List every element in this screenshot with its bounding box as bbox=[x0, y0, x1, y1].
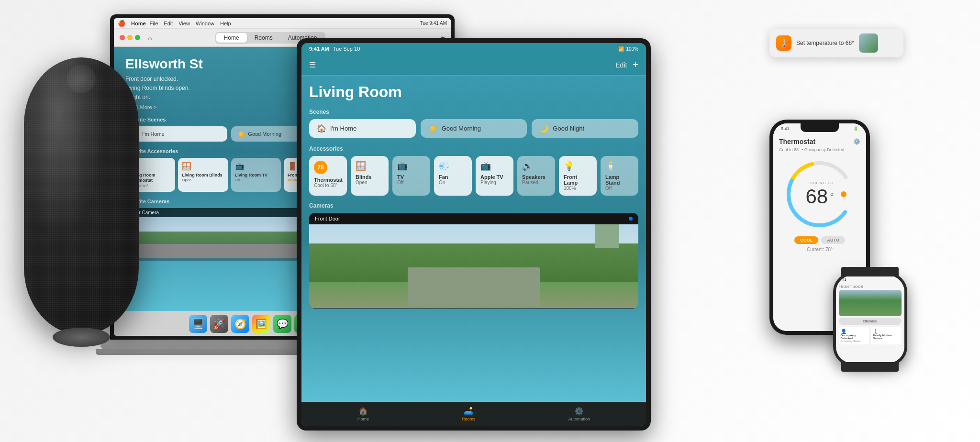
ipad-scene-night-icon: 🌙 bbox=[539, 124, 549, 133]
ipad-camera-dot bbox=[629, 217, 633, 221]
wifi-icon: 📶 bbox=[618, 46, 624, 52]
ipad-acc-lampstand-icon: 🕯️ bbox=[605, 161, 634, 171]
dock-finder[interactable]: 🖥️ bbox=[189, 315, 207, 333]
ipad-camera-card[interactable]: Front Door bbox=[309, 213, 638, 309]
ipad-acc-frontlamp-icon: 💡 bbox=[564, 161, 592, 171]
menu-edit[interactable]: Edit bbox=[164, 21, 173, 26]
mac-menubar: 🍎 Home File Edit View Window Help Tue 9:… bbox=[114, 18, 451, 29]
thermostat-dial[interactable]: COOLING TO 68 ° bbox=[781, 156, 858, 232]
ipad-acc-lampstand[interactable]: 🕯️ Lamp Stand Off bbox=[601, 156, 638, 196]
scene-morning-label: Good Morning bbox=[248, 131, 281, 137]
ipad-acc-thermostat[interactable]: 78 Thermostat Cool to 68° bbox=[309, 156, 347, 196]
menu-help[interactable]: Help bbox=[220, 21, 231, 26]
watch-dismiss-button[interactable]: Dismiss bbox=[839, 318, 902, 325]
ipad-acc-lampstand-name: Lamp Stand bbox=[605, 174, 634, 186]
ipad-acc-speakers[interactable]: 🔊 Speakers Paused bbox=[517, 156, 555, 196]
dock-photos[interactable]: 🖼️ bbox=[252, 315, 270, 333]
ipad-tab-rooms[interactable]: 🛋️ Rooms bbox=[462, 407, 476, 421]
dock-safari[interactable]: 🧭 bbox=[231, 315, 249, 333]
ipad-edit-button[interactable]: Edit bbox=[615, 61, 627, 69]
ipad-scenes-row: 🏠 I'm Home ☀️ Good Morning 🌙 Good Night bbox=[309, 119, 638, 138]
homepod-mesh bbox=[24, 57, 139, 335]
battery-level: 100% bbox=[626, 46, 638, 52]
dock-messages[interactable]: 💬 bbox=[273, 315, 291, 333]
ipad-date: Tue Sep 10 bbox=[333, 46, 360, 52]
ipad-statusbar: 9:41 AM Tue Sep 10 📶 100% bbox=[301, 43, 646, 55]
thermostat-temp-number: 68 bbox=[805, 185, 828, 208]
watch-statusbar: 9:41 bbox=[836, 276, 904, 283]
tab-home[interactable]: Home bbox=[216, 33, 247, 43]
watch-body: 9:41 FRONT DOOR Dismiss 👤 Occupancy Dete… bbox=[833, 273, 907, 366]
thermostat-mode-cool[interactable]: COOL bbox=[794, 236, 818, 244]
minimize-button[interactable] bbox=[127, 35, 133, 40]
notification-icon: 🌡️ bbox=[776, 35, 791, 51]
home-icon[interactable]: ⌂ bbox=[148, 34, 152, 42]
watch-door-label: FRONT DOOR bbox=[839, 285, 902, 288]
ipad-add-button[interactable]: + bbox=[633, 59, 638, 70]
ipad-acc-fan-name: Fan bbox=[439, 174, 467, 180]
ipad-tabbar: 🏠 Home 🛋️ Rooms ⚙️ Automation bbox=[301, 402, 646, 426]
ipad-menu-icon[interactable]: ☰ bbox=[309, 60, 316, 69]
ipad-nav: ☰ Edit + bbox=[301, 55, 646, 76]
thermostat-degree: ° bbox=[830, 191, 834, 202]
watch-occupancy-card[interactable]: 👤 Occupancy Detected Occupancy Sensor bbox=[839, 327, 869, 344]
maximize-button[interactable] bbox=[135, 35, 140, 40]
thermostat-temp: 68 ° bbox=[805, 185, 834, 208]
acc-blinds[interactable]: 🪟 Living Room Blinds Open bbox=[178, 158, 228, 192]
ipad-acc-speakers-name: Speakers bbox=[522, 174, 550, 180]
close-button[interactable] bbox=[120, 35, 125, 40]
ipad-time: 9:41 AM bbox=[309, 46, 329, 52]
ipad-rooms-tab-label: Rooms bbox=[462, 417, 476, 421]
dock-launchpad[interactable]: 🚀 bbox=[210, 315, 228, 333]
notification-card[interactable]: 🌡️ Set temperature to 68° bbox=[769, 29, 903, 57]
ipad-acc-fan[interactable]: 💨 Fan On bbox=[434, 156, 472, 196]
ipad-tab-automation[interactable]: ⚙️ Automation bbox=[568, 407, 590, 421]
watch-display: 9:41 FRONT DOOR Dismiss 👤 Occupancy Dete… bbox=[836, 276, 904, 363]
iphone-thermostat-sub: Cool to 68° • Occupancy Detected bbox=[779, 147, 860, 152]
ipad-scene-morning[interactable]: ☀️ Good Morning bbox=[421, 119, 527, 138]
ipad-scenes-title: Scenes bbox=[309, 109, 638, 115]
ipad-acc-tv[interactable]: 📺 TV Off bbox=[392, 156, 430, 196]
traffic-lights bbox=[120, 35, 140, 40]
ipad-acc-frontlamp[interactable]: 💡 Front Lamp 100% bbox=[559, 156, 597, 196]
thermostat-mode-row: COOL AUTO bbox=[779, 236, 860, 244]
ipad-acc-appletv-name: Apple TV bbox=[480, 174, 509, 180]
ipad-scene-night-label: Good Night bbox=[553, 125, 584, 132]
iphone-thermostat-header: Thermostat ⚙️ bbox=[779, 138, 860, 145]
iphone-gear-icon[interactable]: ⚙️ bbox=[853, 138, 860, 145]
ipad-acc-frontlamp-status: 100% bbox=[564, 186, 592, 191]
acc-tv[interactable]: 📺 Living Room TV Off bbox=[231, 158, 281, 192]
watch-occupancy-sub: Occupancy Sensor bbox=[841, 340, 868, 343]
ipad-acc-blinds[interactable]: 🪟 Blinds Open bbox=[351, 156, 389, 196]
ipad-acc-blinds-status: Open bbox=[356, 180, 384, 185]
notification-thumb bbox=[859, 33, 878, 53]
iphone-time: 9:41 bbox=[781, 126, 790, 131]
watch-motion-card[interactable]: 🚶 Ready Motion Sensor bbox=[871, 327, 902, 344]
scene-morning-icon: ☀️ bbox=[237, 130, 245, 138]
thermostat-temp-display: COOLING TO 68 ° bbox=[805, 181, 834, 208]
thermostat-mode-auto[interactable]: AUTO bbox=[821, 236, 845, 244]
ipad-accessories-title: Accessories bbox=[309, 145, 638, 152]
menu-view[interactable]: View bbox=[178, 21, 190, 26]
homepod bbox=[14, 57, 148, 383]
menu-file[interactable]: File bbox=[150, 21, 158, 26]
apple-icon: 🍎 bbox=[118, 20, 125, 27]
ipad-scene-night[interactable]: 🌙 Good Night bbox=[532, 119, 638, 138]
ipad-acc-tv-icon: 📺 bbox=[397, 161, 425, 171]
ipad-acc-speakers-icon: 🔊 bbox=[522, 161, 550, 171]
ipad-scene-home[interactable]: 🏠 I'm Home bbox=[309, 119, 416, 138]
iphone-battery-icon: 🔋 bbox=[853, 126, 858, 131]
acc-tv-name: Living Room TV bbox=[235, 173, 277, 178]
ipad-camera-header: Front Door bbox=[309, 213, 638, 224]
notification-text: Set temperature to 68° bbox=[796, 40, 854, 46]
ipad-tab-home[interactable]: 🏠 Home bbox=[357, 407, 369, 421]
menu-window[interactable]: Window bbox=[196, 21, 214, 26]
ipad-acc-appletv[interactable]: 📺 Apple TV Playing bbox=[476, 156, 513, 196]
watch-bottom-section: 👤 Occupancy Detected Occupancy Sensor 🚶 … bbox=[839, 327, 902, 344]
tab-rooms[interactable]: Rooms bbox=[247, 33, 280, 43]
watch-camera-preview bbox=[839, 290, 902, 316]
ipad-automation-tab-icon: ⚙️ bbox=[574, 407, 584, 416]
thermostat-cooling-label: COOLING TO bbox=[805, 181, 834, 185]
acc-blinds-icon: 🪟 bbox=[182, 162, 224, 171]
ipad-acc-tv-status: Off bbox=[397, 180, 425, 185]
